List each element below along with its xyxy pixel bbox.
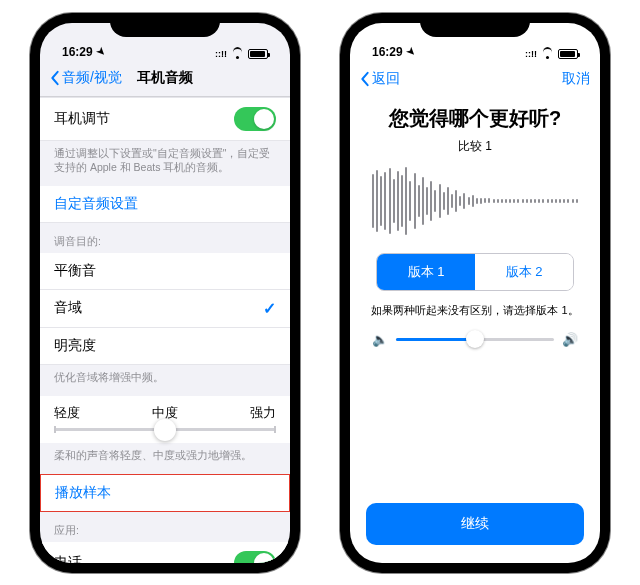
cell-label: 耳机调节 [54,110,110,128]
custom-audio-setup-cell[interactable]: 自定音频设置 [40,186,290,223]
speaker-high-icon: 🔊 [562,332,578,347]
continue-button[interactable]: 继续 [366,503,584,545]
back-label: 返回 [372,70,400,88]
slider-label-strong: 强力 [250,404,276,422]
checkmark-icon: ✓ [263,299,276,318]
headphone-accommodations-cell[interactable]: 耳机调节 [40,97,290,141]
apply-header: 应用: [40,512,290,542]
version-2-button[interactable]: 版本 2 [475,254,573,290]
page-title: 耳机音频 [137,69,193,87]
audio-waveform [350,167,600,235]
cancel-button[interactable]: 取消 [562,70,590,88]
intensity-slider[interactable] [54,428,276,431]
nav-bar: 音频/视觉 耳机音频 [40,61,290,97]
version-1-button[interactable]: 版本 1 [377,254,475,290]
back-button[interactable]: 返回 [360,70,400,88]
cell-label: 电话 [54,554,82,562]
tune-option-brightness[interactable]: 明亮度 [40,328,290,365]
footer-text: 通过调整以下设置或"自定音频设置"，自定受支持的 Apple 和 Beats 耳… [40,141,290,186]
custom-audio-setup-label: 自定音频设置 [54,195,138,213]
nav-bar: 返回 取消 [350,61,600,97]
toggle-accommodations[interactable] [234,107,276,131]
back-button[interactable]: 音频/视觉 [50,69,122,87]
apply-phone-cell[interactable]: 电话 [40,542,290,562]
volume-slider[interactable] [396,338,554,341]
cell-label: 音域 [54,299,82,317]
slider-footer: 柔和的声音将轻度、中度或强力地增强。 [40,443,290,474]
toggle-phone[interactable] [234,551,276,562]
cell-label: 平衡音 [54,262,96,280]
version-segmented-control: 版本 1 版本 2 [376,253,574,291]
speaker-low-icon: 🔈 [372,332,388,347]
volume-row: 🔈 🔊 [350,318,600,361]
play-sample-cell[interactable]: 播放样本 [40,474,290,512]
settings-list: 耳机调节 通过调整以下设置或"自定音频设置"，自定受支持的 Apple 和 Be… [40,97,290,563]
play-sample-label: 播放样本 [55,484,111,502]
back-label: 音频/视觉 [62,69,122,87]
tune-option-balanced[interactable]: 平衡音 [40,253,290,290]
question-title: 您觉得哪个更好听? [350,105,600,132]
chevron-left-icon [50,70,60,86]
intensity-slider-row: 轻度 中度 强力 [40,396,290,443]
tune-option-vocal[interactable]: 音域 ✓ [40,290,290,328]
chevron-left-icon [360,71,370,87]
slider-label-slight: 轻度 [54,404,80,422]
cell-label: 明亮度 [54,337,96,355]
tune-footer: 优化音域将增强中频。 [40,365,290,396]
comparison-label: 比较 1 [350,138,600,155]
tune-header: 调音目的: [40,223,290,253]
hint-text: 如果两种听起来没有区别，请选择版本 1。 [350,303,600,318]
